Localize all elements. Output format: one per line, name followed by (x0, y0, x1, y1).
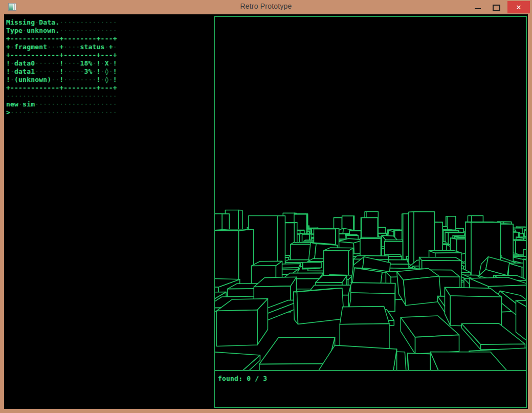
viewport-frame: found: 0 / 3 (214, 16, 527, 408)
close-icon: ✕ (516, 4, 522, 11)
minimize-button[interactable] (469, 0, 487, 14)
app-window: Retro Prototype ✕ · ·············· · ···… (0, 0, 532, 413)
window-controls: ✕ (469, 0, 531, 14)
terminal-panel[interactable]: · ·············· · ·············· · ··· … (6, 18, 211, 397)
close-button[interactable]: ✕ (507, 1, 530, 13)
title-bar[interactable]: Retro Prototype ✕ (0, 0, 532, 14)
maximize-button[interactable] (487, 0, 505, 14)
wireframe-scene-canvas[interactable] (215, 17, 526, 370)
window-title: Retro Prototype (0, 2, 532, 10)
maximize-icon (493, 5, 500, 11)
found-label: found: 0 / 3 (218, 375, 267, 382)
content-area: · ·············· · ·············· · ··· … (4, 14, 528, 409)
minimize-icon (475, 8, 481, 9)
found-box: found: 0 / 3 (215, 370, 526, 407)
terminal-output: Missing Data. Type unknown. +-----------… (6, 18, 117, 117)
